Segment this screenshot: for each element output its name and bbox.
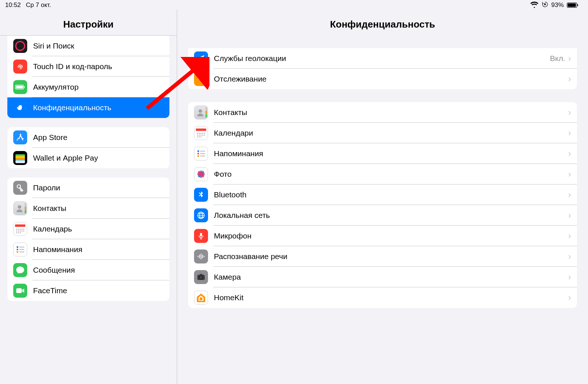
sidebar-row-contacts[interactable]: Контакты bbox=[7, 198, 169, 219]
row-label: Напоминания bbox=[214, 149, 568, 158]
svg-rect-37 bbox=[19, 251, 24, 252]
sidebar-row-appstore[interactable]: App Store bbox=[7, 127, 169, 148]
row-label: Контакты bbox=[33, 204, 164, 213]
svg-rect-18 bbox=[15, 225, 25, 227]
row-label: Bluetooth bbox=[214, 190, 568, 199]
location-icon bbox=[194, 51, 214, 65]
svg-point-57 bbox=[197, 150, 199, 152]
main-row-reminders[interactable]: Напоминания› bbox=[188, 143, 577, 164]
svg-rect-40 bbox=[205, 111, 207, 114]
svg-point-46 bbox=[201, 133, 201, 134]
sidebar-row-messages[interactable]: Сообщения bbox=[7, 260, 169, 280]
chevron-right-icon: › bbox=[568, 252, 571, 261]
chevron-right-icon: › bbox=[568, 273, 571, 281]
sidebar-row-reminders[interactable]: Напоминания bbox=[7, 239, 169, 260]
svg-point-51 bbox=[201, 134, 201, 135]
svg-rect-38 bbox=[16, 288, 22, 293]
chevron-right-icon: › bbox=[568, 211, 571, 220]
svg-point-59 bbox=[197, 153, 199, 155]
facetime-icon bbox=[13, 284, 33, 298]
svg-point-32 bbox=[17, 246, 18, 248]
reminders-icon bbox=[13, 243, 33, 256]
svg-point-27 bbox=[22, 230, 22, 231]
svg-point-55 bbox=[199, 136, 200, 137]
sidebar-row-privacy[interactable]: Конфиденциальность bbox=[7, 97, 169, 118]
calendar-icon bbox=[194, 126, 214, 140]
svg-rect-2 bbox=[568, 3, 576, 7]
svg-rect-6 bbox=[16, 86, 23, 88]
sidebar-row-passwords[interactable]: Пароли bbox=[7, 177, 169, 198]
bluetooth-icon bbox=[194, 188, 214, 202]
row-label: FaceTime bbox=[33, 286, 164, 295]
sidebar-row-siri[interactable]: Siri и Поиск bbox=[7, 36, 169, 56]
svg-point-54 bbox=[197, 136, 198, 137]
svg-rect-33 bbox=[19, 247, 24, 248]
row-label: Календарь bbox=[33, 225, 164, 233]
svg-point-48 bbox=[204, 133, 205, 134]
chevron-right-icon: › bbox=[568, 108, 571, 117]
svg-point-53 bbox=[204, 134, 205, 135]
battery-icon bbox=[13, 80, 33, 94]
svg-point-61 bbox=[197, 155, 199, 157]
svg-point-42 bbox=[198, 109, 202, 112]
svg-point-17 bbox=[18, 205, 21, 208]
row-label: App Store bbox=[33, 133, 164, 142]
row-label: Wallet и Apple Pay bbox=[33, 154, 164, 162]
svg-point-25 bbox=[18, 230, 19, 231]
tracking-icon bbox=[194, 72, 214, 86]
row-label: Камера bbox=[214, 273, 568, 281]
network-icon bbox=[194, 208, 214, 222]
svg-point-49 bbox=[197, 134, 198, 135]
sidebar-row-wallet[interactable]: Wallet и Apple Pay bbox=[7, 148, 169, 168]
messages-icon bbox=[13, 263, 33, 277]
sidebar-header: Настройки bbox=[0, 10, 177, 36]
row-label: Сообщения bbox=[33, 266, 164, 274]
row-label: Пароли bbox=[33, 183, 164, 192]
main-row-mic[interactable]: Микрофон› bbox=[188, 226, 577, 246]
rotation-lock-icon bbox=[542, 1, 548, 10]
main-row-network[interactable]: Локальная сеть› bbox=[188, 205, 577, 226]
sidebar-row-touchid[interactable]: Touch ID и код-пароль bbox=[7, 56, 169, 77]
main-row-speech[interactable]: Распознавание речи› bbox=[188, 246, 577, 267]
privacy-icon bbox=[13, 101, 33, 115]
row-label: Touch ID и код-пароль bbox=[33, 62, 164, 71]
row-label: Аккумулятор bbox=[33, 83, 164, 91]
sidebar-row-calendar[interactable]: Календарь bbox=[7, 219, 169, 239]
main-row-calendar[interactable]: Календари› bbox=[188, 123, 577, 143]
main-row-tracking[interactable]: Отслеживание› bbox=[188, 69, 577, 89]
sidebar-row-facetime[interactable]: FaceTime bbox=[7, 280, 169, 301]
svg-rect-15 bbox=[25, 207, 26, 210]
row-label: Распознавание речи bbox=[214, 252, 568, 261]
main-row-photos[interactable]: Фото› bbox=[188, 164, 577, 184]
calendar-icon bbox=[13, 222, 33, 236]
row-label: Локальная сеть bbox=[214, 211, 568, 220]
main-row-bluetooth[interactable]: Bluetooth› bbox=[188, 184, 577, 205]
svg-rect-75 bbox=[199, 255, 200, 258]
svg-rect-58 bbox=[200, 151, 205, 152]
svg-point-21 bbox=[20, 229, 21, 230]
row-label: Отслеживание bbox=[214, 75, 568, 83]
siri-icon bbox=[13, 39, 33, 53]
svg-point-50 bbox=[199, 134, 200, 135]
row-label: Календари bbox=[214, 129, 568, 137]
svg-point-44 bbox=[197, 133, 198, 134]
main-row-camera[interactable]: Камера› bbox=[188, 267, 577, 287]
appstore-icon bbox=[13, 130, 33, 144]
svg-point-52 bbox=[202, 134, 203, 135]
row-value: Вкл. bbox=[550, 54, 565, 63]
main-row-contacts[interactable]: Контакты› bbox=[188, 102, 577, 123]
svg-rect-82 bbox=[200, 274, 202, 275]
row-label: Службы геолокации bbox=[214, 54, 550, 63]
svg-rect-3 bbox=[577, 4, 578, 6]
svg-point-24 bbox=[16, 230, 17, 231]
wifi-icon bbox=[530, 0, 539, 11]
battery-icon bbox=[567, 2, 578, 8]
svg-point-56 bbox=[201, 136, 201, 137]
svg-rect-74 bbox=[198, 256, 198, 257]
main-group: Службы геолокацииВкл.›Отслеживание› bbox=[188, 48, 577, 89]
sidebar-row-battery[interactable]: Аккумулятор bbox=[7, 77, 169, 97]
battery-percent: 93% bbox=[551, 1, 564, 9]
main-row-homekit[interactable]: HomeKit› bbox=[188, 287, 577, 308]
main-row-location[interactable]: Службы геолокацииВкл.› bbox=[188, 48, 577, 69]
svg-point-30 bbox=[18, 232, 19, 233]
